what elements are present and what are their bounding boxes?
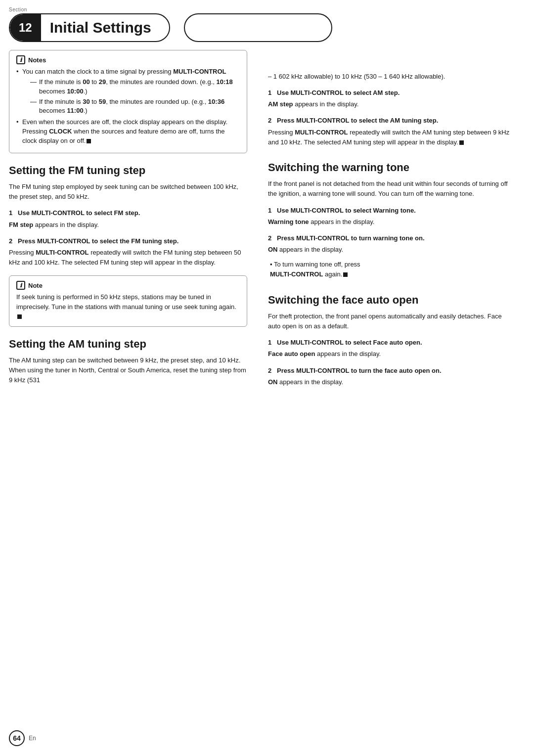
- am-step1-heading: 1 Use MULTI-CONTROL to select AM step.: [268, 89, 513, 97]
- face-auto-intro: For theft protection, the front panel op…: [268, 311, 513, 331]
- face-step2-heading: 2 Press MULTI-CONTROL to turn the face a…: [268, 366, 513, 375]
- am-step2-heading: 2 Press MULTI-CONTROL to select the AM t…: [268, 116, 513, 125]
- face-step2-body: ON appears in the display.: [268, 377, 513, 387]
- notes-item-2: Even when the sources are off, the clock…: [16, 118, 240, 146]
- am-tuning-intro: The AM tuning step can be switched betwe…: [9, 356, 247, 385]
- warning-tone-heading: Switching the warning tone: [268, 161, 513, 174]
- am-tuning-intro-continued: – 1 602 kHz allowable) to 10 kHz (530 – …: [268, 72, 513, 82]
- page-title: Initial Settings: [41, 19, 169, 36]
- fm-step2-body: Pressing MULTI-CONTROL repeatedly will s…: [9, 248, 247, 267]
- notes-label: Notes: [28, 56, 46, 64]
- page-number: 64: [9, 730, 25, 746]
- square-bullet-2: [17, 314, 22, 319]
- lang-label: En: [29, 735, 36, 742]
- notes-box: ℹ Notes You can match the clock to a tim…: [9, 50, 247, 153]
- notes-icon: ℹ: [16, 55, 25, 64]
- header-area: Section 12 Initial Settings: [0, 0, 534, 42]
- square-bullet-3: [459, 140, 464, 145]
- header-row: 12 Initial Settings: [9, 13, 525, 42]
- notes-sublist: If the minute is 00 to 29, the minutes a…: [22, 78, 240, 116]
- warning-step2-heading: 2 Press MULTI-CONTROL to turn warning to…: [268, 234, 513, 243]
- left-column: ℹ Notes You can match the clock to a tim…: [9, 46, 261, 392]
- face-auto-section: Switching the face auto open For theft p…: [268, 294, 513, 387]
- face-step1-heading: 1 Use MULTI-CONTROL to select Face auto …: [268, 338, 513, 347]
- warning-step2-body: ON appears in the display.: [268, 245, 513, 255]
- face-auto-heading: Switching the face auto open: [268, 294, 513, 307]
- footer: 64 En: [9, 730, 36, 746]
- warning-tone-section: Switching the warning tone If the front …: [268, 161, 513, 280]
- am-tuning-section: Setting the AM tuning step The AM tuning…: [9, 338, 247, 386]
- am-step2-body: Pressing MULTI-CONTROL repeatedly will s…: [268, 128, 513, 147]
- fm-note-box: ℹ Note If seek tuning is performed in 50…: [9, 275, 247, 327]
- fm-note-title: ℹ Note: [16, 281, 240, 290]
- fm-note-icon: ℹ: [16, 281, 25, 290]
- notes-subitem-2: If the minute is 30 to 59, the minutes a…: [30, 97, 240, 116]
- title-pill: 12 Initial Settings: [9, 13, 170, 42]
- notes-item-1: You can match the clock to a time signal…: [16, 67, 240, 116]
- fm-note-body: If seek tuning is performed in 50 kHz st…: [16, 292, 240, 321]
- warning-step1-heading: 1 Use MULTI-CONTROL to select Warning to…: [268, 206, 513, 215]
- fm-tuning-heading: Setting the FM tuning step: [9, 164, 247, 177]
- square-bullet-4: [343, 272, 348, 277]
- notes-title: ℹ Notes: [16, 55, 240, 64]
- square-bullet: [87, 139, 91, 143]
- header-right-pill: [184, 13, 332, 42]
- notes-list: You can match the clock to a time signal…: [16, 67, 240, 146]
- page: Section 12 Initial Settings ℹ Notes: [0, 0, 534, 756]
- warning-step1-body: Warning tone appears in the display.: [268, 217, 513, 227]
- fm-tuning-section: Setting the FM tuning step The FM tuning…: [9, 164, 247, 267]
- fm-step1-body: FM step appears in the display.: [9, 220, 247, 230]
- fm-tuning-intro: The FM tuning step employed by seek tuni…: [9, 182, 247, 202]
- section-number: 12: [10, 14, 41, 41]
- fm-step2-heading: 2 Press MULTI-CONTROL to select the FM t…: [9, 237, 247, 246]
- am-step1-body: AM step appears in the display.: [268, 99, 513, 109]
- face-step1-body: Face auto open appears in the display.: [268, 349, 513, 359]
- right-column: – 1 602 kHz allowable) to 10 kHz (530 – …: [261, 46, 513, 392]
- fm-step1-heading: 1 Use MULTI-CONTROL to select FM step.: [9, 209, 247, 218]
- am-tuning-continued: – 1 602 kHz allowable) to 10 kHz (530 – …: [268, 72, 513, 147]
- notes-subitem-1: If the minute is 00 to 29, the minutes a…: [30, 78, 240, 96]
- warning-step2-sub: ▪ To turn warning tone off, press MULTI-…: [270, 260, 513, 279]
- am-tuning-heading: Setting the AM tuning step: [9, 338, 247, 351]
- fm-note-label: Note: [28, 282, 43, 289]
- main-content: ℹ Notes You can match the clock to a tim…: [0, 46, 534, 392]
- section-label: Section: [9, 7, 525, 12]
- warning-tone-intro: If the front panel is not detached from …: [268, 179, 513, 199]
